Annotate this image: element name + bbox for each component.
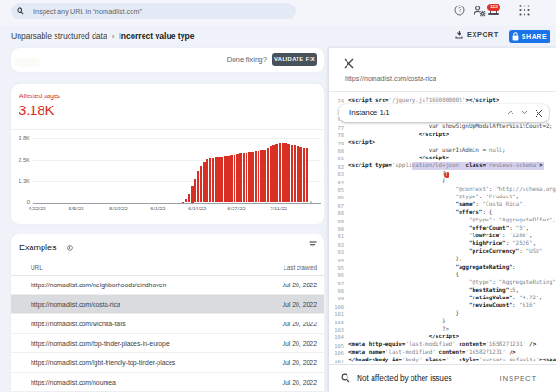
chart-bar[interactable] bbox=[270, 146, 272, 202]
chart-bar[interactable] bbox=[279, 143, 282, 202]
example-url[interactable]: https://nomadlist.com/costa-rica bbox=[31, 301, 120, 308]
chart-bar[interactable] bbox=[194, 179, 196, 203]
chart-bar[interactable] bbox=[255, 151, 258, 202]
panel-footer: Not affected by other issues INSPECT bbox=[329, 364, 556, 392]
code-line-103: 103?> bbox=[329, 325, 556, 333]
code-line-92: 92"highPrice": "2526", bbox=[329, 239, 556, 247]
search-placeholder: Inspect any URL in “nomadlist.com” bbox=[33, 7, 142, 16]
chart-bar[interactable] bbox=[212, 158, 215, 203]
error-marker-icon[interactable]: ! bbox=[444, 172, 449, 178]
chevron-down-icon[interactable] bbox=[521, 110, 528, 115]
chart-bar[interactable] bbox=[306, 148, 309, 202]
chart-gridline bbox=[33, 203, 321, 204]
chart-bar[interactable] bbox=[260, 150, 263, 202]
code-text: { bbox=[442, 177, 446, 184]
chart-bar[interactable] bbox=[291, 145, 294, 202]
code-text: } bbox=[456, 310, 460, 317]
top-bar: Inspect any URL in “nomadlist.com” ? 115 bbox=[0, 0, 556, 26]
chart-bar[interactable] bbox=[236, 154, 239, 202]
table-row[interactable]: https://nomadlist.com/top-tinder-places-… bbox=[11, 334, 324, 353]
chart-bar[interactable] bbox=[243, 153, 246, 203]
share-label: SHARE bbox=[522, 33, 548, 40]
chart-bar[interactable] bbox=[218, 157, 221, 203]
breadcrumb-report[interactable]: Unparsable structured data bbox=[11, 32, 107, 41]
chart-bar[interactable] bbox=[275, 144, 278, 202]
example-url[interactable]: https://nomadlist.com/neighborhoods/eind… bbox=[31, 282, 166, 288]
chart-bar[interactable] bbox=[230, 155, 233, 202]
code-text: "@context": "http://schema.org", bbox=[456, 185, 556, 193]
column-header-url: URL bbox=[31, 264, 43, 271]
example-url[interactable]: https://nomadlist.com/lgbt-friendly-top-… bbox=[31, 360, 175, 366]
code-line-81: 81</script> bbox=[329, 154, 556, 161]
alerts-icon[interactable]: 115 bbox=[487, 3, 502, 17]
code-line-84: 84{ bbox=[329, 177, 556, 184]
code-line-98: 98"bestRating":5, bbox=[329, 286, 556, 294]
chart-bar[interactable] bbox=[191, 186, 194, 202]
user-settings-icon[interactable] bbox=[474, 5, 486, 17]
chart-bar[interactable] bbox=[206, 159, 208, 203]
example-url[interactable]: https://nomadlist.com/top-tinder-places-… bbox=[31, 340, 170, 347]
chart-bar[interactable] bbox=[303, 148, 306, 203]
url-inspect-searchbar[interactable]: Inspect any URL in “nomadlist.com” bbox=[11, 3, 296, 19]
code-text: </script> bbox=[429, 333, 460, 340]
table-row[interactable]: https://nomadlist.com/neighborhoods/eind… bbox=[11, 275, 324, 295]
chart-bar[interactable] bbox=[251, 152, 254, 203]
chart-bar[interactable] bbox=[197, 171, 200, 203]
inspect-button[interactable]: INSPECT bbox=[500, 374, 537, 383]
status-chip bbox=[14, 57, 40, 67]
chart-bar[interactable] bbox=[297, 146, 299, 202]
x-axis-tick-label: 6/27/22 bbox=[218, 206, 255, 211]
validate-fix-button[interactable]: VALIDATE FIX bbox=[272, 53, 317, 66]
apps-grid-icon[interactable] bbox=[518, 4, 531, 17]
code-text: "highPrice": "2526", bbox=[469, 239, 536, 247]
chart-bar[interactable] bbox=[263, 150, 266, 203]
chart-bar[interactable] bbox=[294, 145, 297, 202]
close-icon[interactable] bbox=[344, 58, 354, 69]
detail-url[interactable]: https://nomadlist.com/costa-rica bbox=[345, 75, 436, 82]
export-button[interactable]: EXPORT bbox=[455, 30, 499, 39]
instance-counter: Instance 1/1 bbox=[349, 108, 390, 117]
chart-bar[interactable] bbox=[234, 155, 236, 203]
chart-bar[interactable] bbox=[248, 152, 251, 202]
svg-text:?: ? bbox=[458, 6, 461, 13]
filter-icon[interactable] bbox=[309, 241, 317, 248]
chart-bar[interactable] bbox=[209, 158, 212, 203]
code-line-96: 96{ bbox=[329, 271, 556, 278]
chart-bar[interactable] bbox=[299, 147, 302, 203]
help-icon[interactable]: ? bbox=[454, 5, 465, 16]
share-button[interactable]: SHARE bbox=[509, 30, 550, 43]
chart-bar[interactable] bbox=[200, 166, 203, 202]
chart-bar[interactable] bbox=[282, 143, 284, 202]
table-row-selected[interactable]: https://nomadlist.com/costa-ricaJul 20, … bbox=[11, 295, 324, 314]
chart-bar[interactable] bbox=[224, 156, 227, 202]
info-icon[interactable] bbox=[67, 245, 73, 251]
table-row[interactable]: https://nomadlist.com/wichita-fallsJul 2… bbox=[11, 314, 324, 334]
chart-bar[interactable] bbox=[287, 144, 290, 202]
chart-bar[interactable] bbox=[227, 156, 230, 203]
table-row[interactable]: https://nomadlist.com/lgbt-friendly-top-… bbox=[11, 353, 324, 373]
y-axis-tick-label: 2.5K bbox=[11, 158, 30, 163]
chart-bar[interactable] bbox=[185, 199, 188, 202]
chart-bar[interactable] bbox=[203, 162, 206, 203]
code-text: var userIsAdmin = null; bbox=[429, 146, 506, 154]
code-line-86: 86"@type": "Product", bbox=[329, 193, 556, 200]
chart-bar[interactable] bbox=[239, 153, 242, 202]
chart-bar[interactable] bbox=[221, 157, 224, 203]
examples-card: Examples URL Last crawled https://nomadl… bbox=[11, 234, 324, 392]
table-row[interactable]: https://nomadlist.com/noumeaJul 20, 2022 bbox=[11, 373, 324, 392]
chart-bar[interactable] bbox=[267, 148, 270, 202]
chart-bar[interactable] bbox=[272, 145, 275, 202]
chart-bar[interactable] bbox=[188, 194, 191, 203]
example-url[interactable]: https://nomadlist.com/noumea bbox=[31, 379, 116, 386]
column-header-last-crawled: Last crawled bbox=[284, 264, 317, 271]
y-axis-tick-label: 3.8K bbox=[11, 135, 30, 141]
chart-bar[interactable] bbox=[215, 157, 218, 202]
chart-bar[interactable] bbox=[284, 143, 287, 202]
chevron-up-icon[interactable] bbox=[507, 110, 514, 115]
example-url[interactable]: https://nomadlist.com/wichita-falls bbox=[31, 321, 126, 327]
chart-bar[interactable] bbox=[182, 202, 184, 203]
source-code-view[interactable]: 74<script src='/jquery.js?1660000005'></… bbox=[329, 92, 556, 363]
instance-close-icon[interactable] bbox=[535, 109, 543, 118]
chart-bar[interactable] bbox=[258, 151, 260, 203]
chart-bar[interactable] bbox=[246, 153, 248, 203]
